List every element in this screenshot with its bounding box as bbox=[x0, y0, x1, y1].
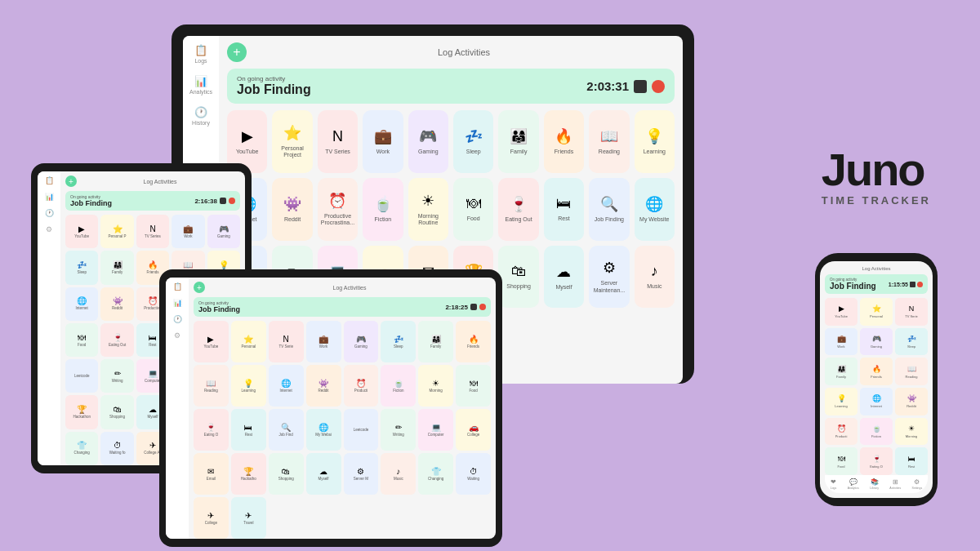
activity-cell[interactable]: ⭐Personal bbox=[231, 321, 266, 362]
ipad-left-add-button[interactable]: + bbox=[65, 176, 77, 187]
ipad-center-rec[interactable] bbox=[479, 304, 486, 310]
activity-cell[interactable]: 🔥Friends bbox=[456, 321, 491, 362]
activity-cell[interactable]: 💻Computer bbox=[418, 409, 453, 451]
activity-cell[interactable]: Leetcode bbox=[344, 409, 379, 451]
activity-cell[interactable]: 🍽Food bbox=[65, 323, 98, 357]
activity-cell[interactable]: 🛏Rest bbox=[544, 178, 584, 241]
activity-cell[interactable]: 👾Reddit bbox=[306, 365, 341, 407]
activity-cell[interactable]: NTV Series bbox=[318, 110, 358, 173]
activity-cell[interactable]: ☀Morning Routine bbox=[408, 178, 448, 241]
activity-cell[interactable]: ⚙Server Maintenan... bbox=[589, 246, 629, 309]
activity-cell[interactable]: 👕Changing bbox=[65, 432, 98, 465]
activity-cell[interactable]: 💼Work bbox=[363, 110, 403, 173]
activity-cell[interactable]: 🛏Rest bbox=[231, 409, 266, 451]
activity-cell[interactable]: 🎮Gaming bbox=[344, 321, 379, 362]
activity-cell[interactable]: 🛍Shopping bbox=[498, 246, 538, 309]
activity-cell[interactable]: 🍷Eating Out bbox=[498, 178, 538, 241]
activity-cell[interactable]: 💡Learning bbox=[231, 365, 266, 407]
sidebar-item-analytics[interactable]: 📊 Analytics bbox=[189, 75, 212, 95]
activity-cell[interactable]: 🍷Eating O bbox=[860, 447, 893, 475]
activity-cell[interactable]: 🎮Gaming bbox=[207, 215, 240, 248]
activity-cell[interactable]: 🌐Internet bbox=[65, 287, 98, 321]
activity-cell[interactable]: 🌐Internet bbox=[860, 388, 893, 415]
activity-cell[interactable]: ⭐Personal Project bbox=[272, 110, 312, 173]
activity-cell[interactable]: 🎮Gaming bbox=[408, 110, 448, 173]
activity-cell[interactable]: 👨‍👩‍👧Family bbox=[100, 251, 133, 284]
activity-cell[interactable]: 👾Reddit bbox=[272, 178, 312, 241]
activity-cell[interactable]: 🌐My Website bbox=[635, 178, 675, 241]
activity-cell[interactable]: ✏Writing bbox=[381, 409, 416, 451]
phone-nav-item[interactable]: ❤Logs bbox=[831, 478, 837, 490]
phone-nav-item[interactable]: 💬Analytics bbox=[848, 478, 859, 490]
phone-rec[interactable] bbox=[917, 282, 923, 287]
activity-cell[interactable]: ⏱Waiting bbox=[456, 453, 491, 495]
activity-cell[interactable]: 🌐Internet bbox=[269, 365, 304, 407]
activity-cell[interactable]: 💡Learning bbox=[825, 388, 858, 415]
activity-cell[interactable]: 💤Sleep bbox=[65, 251, 98, 284]
activity-cell[interactable]: ⏰Producti bbox=[344, 365, 379, 407]
activity-cell[interactable]: 🛍Shopping bbox=[100, 395, 133, 429]
activity-cell[interactable]: 🍽Food bbox=[456, 365, 491, 407]
activity-cell[interactable]: ⚙Server M bbox=[344, 453, 379, 495]
activity-cell[interactable]: ✈College bbox=[194, 497, 229, 539]
activity-cell[interactable]: 💤Sleep bbox=[895, 328, 928, 356]
activity-cell[interactable]: 👾Reddit bbox=[100, 287, 133, 321]
activity-cell[interactable]: 👾Reddit bbox=[895, 388, 928, 415]
activity-cell[interactable]: ✈Travel bbox=[231, 497, 266, 539]
activity-cell[interactable]: ♪Music bbox=[635, 246, 675, 309]
stop-button[interactable] bbox=[634, 80, 647, 93]
activity-cell[interactable]: 👕Changing bbox=[418, 453, 453, 495]
ipad-center-add-button[interactable]: + bbox=[194, 282, 205, 293]
phone-stop[interactable] bbox=[910, 282, 915, 287]
activity-cell[interactable]: ⭐Personal P bbox=[100, 215, 133, 248]
activity-cell[interactable]: 💤Sleep bbox=[381, 321, 416, 362]
add-activity-button[interactable]: + bbox=[227, 42, 247, 62]
ipad-left-stop[interactable] bbox=[220, 198, 226, 204]
activity-cell[interactable]: 💼Work bbox=[825, 328, 858, 356]
activity-cell[interactable]: 🍽Food bbox=[453, 178, 493, 241]
activity-cell[interactable]: 📖Reading bbox=[589, 110, 629, 173]
record-button[interactable] bbox=[652, 80, 665, 93]
activity-cell[interactable]: 🍵Fiction bbox=[381, 365, 416, 407]
activity-cell[interactable]: ▶YouTube bbox=[825, 298, 858, 326]
activity-cell[interactable]: 🔥Friends bbox=[544, 110, 584, 173]
activity-cell[interactable]: 🛏Rest bbox=[895, 447, 928, 475]
activity-cell[interactable]: Leetcode bbox=[65, 359, 98, 393]
activity-cell[interactable]: ⭐Personal bbox=[860, 298, 893, 326]
activity-cell[interactable]: ▶YouTube bbox=[65, 215, 98, 248]
activity-cell[interactable]: 🌐My Websi bbox=[306, 409, 341, 451]
activity-cell[interactable]: 🍽Food bbox=[825, 447, 858, 475]
activity-cell[interactable]: ✉Email bbox=[194, 453, 229, 495]
activity-cell[interactable]: 👨‍👩‍👧Family bbox=[498, 110, 538, 173]
activity-cell[interactable]: 🍵Fiction bbox=[363, 178, 403, 241]
activity-cell[interactable]: 💼Work bbox=[172, 215, 204, 248]
activity-cell[interactable]: 🍷Eating Out bbox=[100, 323, 133, 357]
activity-cell[interactable]: 📖Reading bbox=[194, 365, 229, 407]
activity-cell[interactable]: 🔍Job Find bbox=[269, 409, 304, 451]
activity-cell[interactable]: 💡Learning bbox=[635, 110, 675, 173]
activity-cell[interactable]: ▶YouTube bbox=[194, 321, 229, 362]
activity-cell[interactable]: ♪Music bbox=[381, 453, 416, 495]
phone-nav-item[interactable]: 📚Library bbox=[870, 478, 879, 490]
sidebar-item-logs[interactable]: 📋 Logs bbox=[194, 44, 207, 64]
activity-cell[interactable]: ☁Myself bbox=[306, 453, 341, 495]
activity-cell[interactable]: 🎮Gaming bbox=[860, 328, 893, 356]
activity-cell[interactable]: ⏱Waiting fo bbox=[100, 432, 133, 465]
activity-cell[interactable]: 🏆Hackatho bbox=[231, 453, 266, 495]
activity-cell[interactable]: ⏰Producti bbox=[825, 418, 858, 446]
activity-cell[interactable]: ☁Myself bbox=[544, 246, 584, 309]
activity-cell[interactable]: 👨‍👩‍👧Family bbox=[825, 358, 858, 385]
activity-cell[interactable]: 🍵Fiction bbox=[860, 418, 893, 446]
activity-cell[interactable]: 🔍Job Finding bbox=[589, 178, 629, 241]
activity-cell[interactable]: 📖Reading bbox=[895, 358, 928, 385]
sidebar-item-history[interactable]: 🕐 History bbox=[192, 106, 210, 126]
activity-cell[interactable]: ☀Morning bbox=[418, 365, 453, 407]
activity-cell[interactable]: ⏰Productive Procrastina... bbox=[318, 178, 358, 241]
activity-cell[interactable]: NTV Series bbox=[136, 215, 169, 248]
ipad-left-rec[interactable] bbox=[229, 198, 235, 204]
activity-cell[interactable]: 🚗College bbox=[456, 409, 491, 451]
phone-nav-item[interactable]: ⊞Activities bbox=[889, 478, 901, 490]
activity-cell[interactable]: 💼Work bbox=[306, 321, 341, 362]
activity-cell[interactable]: NTV Serie bbox=[895, 298, 928, 326]
activity-cell[interactable]: 🍷Eating O bbox=[194, 409, 229, 451]
